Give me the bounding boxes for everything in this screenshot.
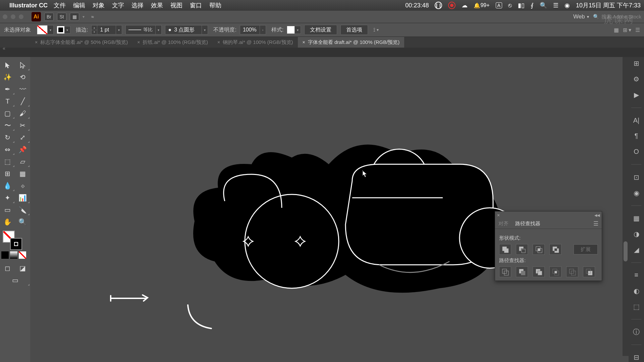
eraser-tool[interactable]: ✂ — [15, 119, 30, 131]
menu-select[interactable]: 选择 — [131, 1, 144, 9]
color-panel-icon[interactable]: ⚙ — [631, 75, 641, 84]
arrange-icon[interactable]: ▦ — [70, 13, 79, 21]
align-tab[interactable]: 对齐 — [498, 221, 508, 227]
transparency-panel-icon[interactable]: ⬚ — [631, 302, 641, 311]
crop-button[interactable] — [549, 266, 561, 277]
chevron-down-icon[interactable]: ▾ — [83, 14, 85, 19]
lasso-tool[interactable]: ⟲ — [15, 71, 30, 83]
spotlight-icon[interactable]: 🔍 — [540, 2, 547, 9]
shaper-tool[interactable]: 〜 — [0, 119, 15, 131]
panel-menu-icon[interactable]: ☰ — [635, 27, 640, 33]
traffic-lights[interactable] — [3, 14, 23, 19]
unite-button[interactable] — [499, 244, 511, 255]
magic-wand-tool[interactable]: ✨ — [0, 71, 15, 83]
app-name[interactable]: Illustrator CC — [9, 2, 48, 9]
document-tab[interactable]: ×折纸.ai* @ 100% (RGB/预览) — [132, 37, 213, 48]
document-setup-button[interactable]: 文档设置 — [304, 25, 337, 35]
paintbrush-tool[interactable]: 🖌 — [15, 107, 30, 119]
symbols-panel-icon[interactable]: ◢ — [631, 245, 641, 254]
panel-menu-icon[interactable]: ☰ — [593, 220, 598, 227]
brush-dropdown[interactable]: ●3 点圆形 ▾ — [165, 25, 208, 35]
outline-button[interactable] — [566, 266, 578, 277]
bridge-icon[interactable]: Br — [44, 13, 54, 21]
actions-panel-icon[interactable]: ▶ — [631, 90, 641, 100]
scale-tool[interactable]: ⤢ — [15, 131, 30, 143]
divide-button[interactable] — [499, 266, 511, 277]
document-tab[interactable]: ×钢的琴.ai* @ 100% (RGB/预览) — [213, 37, 298, 48]
swatches-panel-icon[interactable]: ▦ — [631, 214, 641, 223]
merge-button[interactable] — [533, 266, 545, 277]
gradient-tool[interactable]: ▦ — [15, 168, 30, 180]
canvas[interactable] — [30, 57, 629, 362]
intersect-button[interactable] — [533, 244, 545, 255]
stroke-profile-dropdown[interactable]: 等比 ▾ — [125, 25, 162, 35]
align-control[interactable]: ⟟▾ — [373, 27, 379, 33]
stroke-color[interactable] — [10, 238, 22, 250]
panel-close-icon[interactable]: × — [497, 213, 500, 218]
stroke-weight-input[interactable]: ▴▾ 1 pt ▾ — [91, 25, 122, 35]
rectangle-tool[interactable]: ▢ — [0, 107, 15, 119]
info-panel-icon[interactable]: ⓘ — [631, 327, 641, 337]
artboard-tool[interactable]: ▭ — [0, 204, 15, 216]
wechat-icon[interactable]: ☁ — [462, 2, 468, 9]
pathfinder-panel[interactable]: ×◀◀ 对齐 路径查找器 ☰ 形状模式: 扩展 路径查找器: — [495, 211, 602, 281]
close-tab-icon[interactable]: × — [217, 40, 220, 45]
menu-edit[interactable]: 编辑 — [73, 1, 85, 9]
screen-mode[interactable]: ▭ — [0, 274, 30, 286]
draw-mode-behind[interactable]: ◪ — [15, 262, 30, 274]
pause-icon[interactable]: ❙❙ — [435, 2, 442, 9]
rotate-tool[interactable]: ↻ — [0, 131, 15, 143]
notification-badge[interactable]: 🔔99+ — [474, 2, 489, 9]
minus-front-button[interactable] — [516, 244, 528, 255]
mesh-tool[interactable]: ⊞ — [0, 168, 15, 180]
selection-tool[interactable] — [0, 59, 15, 71]
bluetooth-icon[interactable]: ⎋ — [508, 2, 512, 9]
width-tool[interactable]: ⇔ — [0, 143, 15, 156]
clock[interactable]: 10月15日 周五 下午7:33 — [576, 1, 641, 9]
minus-back-button[interactable] — [583, 266, 595, 277]
menu-effect[interactable]: 效果 — [151, 1, 163, 9]
control-center-icon[interactable]: ☰ — [553, 2, 558, 9]
menu-window[interactable]: 窗口 — [190, 1, 202, 9]
panel-collapse-icon[interactable]: ◀◀ — [594, 213, 600, 218]
battery-icon[interactable]: ▮▯ — [518, 2, 525, 9]
transform-panel-icon[interactable]: ⊡ — [631, 173, 641, 182]
perspective-tool[interactable]: ▱ — [15, 156, 30, 168]
style-swatch[interactable]: ▾ — [287, 26, 301, 34]
line-tool[interactable]: ╱ — [15, 95, 30, 107]
color-mode-none[interactable] — [19, 251, 26, 259]
record-icon[interactable] — [448, 2, 455, 9]
color-mode-gradient[interactable] — [10, 251, 17, 259]
hand-tool[interactable]: ✋ — [0, 216, 15, 228]
workspace-switcher[interactable]: Web▾ — [573, 13, 589, 20]
preferences-button[interactable]: 首选项 — [340, 25, 368, 35]
paragraph-panel-icon[interactable]: ¶ — [631, 132, 641, 141]
gradient-panel-icon[interactable]: ◐ — [631, 286, 641, 295]
symbol-sprayer-tool[interactable]: ✦ — [0, 192, 15, 204]
blend-tool[interactable]: ⟐ — [15, 180, 30, 192]
document-tab[interactable]: ×字体全能看 draft.ai* @ 100% (RGB/预览) — [298, 37, 405, 48]
opentype-panel-icon[interactable]: O — [631, 147, 641, 156]
grid-icon[interactable]: ▦ — [614, 27, 619, 33]
character-panel-icon[interactable]: A| — [631, 116, 641, 125]
graph-tool[interactable]: 📊 — [15, 192, 30, 204]
siri-icon[interactable]: ◉ — [565, 2, 570, 9]
close-tab-icon[interactable]: × — [137, 40, 140, 45]
adobe-stock-search[interactable]: 🔍 搜索 Adobe Stock — [593, 14, 641, 20]
trim-button[interactable] — [516, 266, 528, 277]
slice-tool[interactable]: 🔪 — [15, 204, 30, 216]
eyedropper-tool[interactable]: 💧 — [0, 180, 15, 192]
direct-selection-tool[interactable] — [15, 59, 30, 71]
close-tab-icon[interactable]: × — [35, 40, 38, 45]
menu-type[interactable]: 文字 — [112, 1, 124, 9]
free-transform-tool[interactable]: 📌 — [15, 143, 30, 156]
tabs-overflow-icon[interactable]: « — [3, 46, 5, 51]
gpu-icon[interactable]: ≈ — [88, 13, 97, 21]
opacity-input[interactable]: 100% › — [240, 25, 266, 35]
menu-view[interactable]: 视图 — [170, 1, 182, 9]
exclude-button[interactable] — [549, 244, 561, 255]
stroke-swatch[interactable]: ▾ — [57, 26, 70, 34]
appearance-panel-icon[interactable]: ◉ — [631, 188, 641, 197]
stock-icon[interactable]: St — [57, 13, 66, 21]
wifi-icon[interactable]: ⨐ — [531, 2, 534, 9]
